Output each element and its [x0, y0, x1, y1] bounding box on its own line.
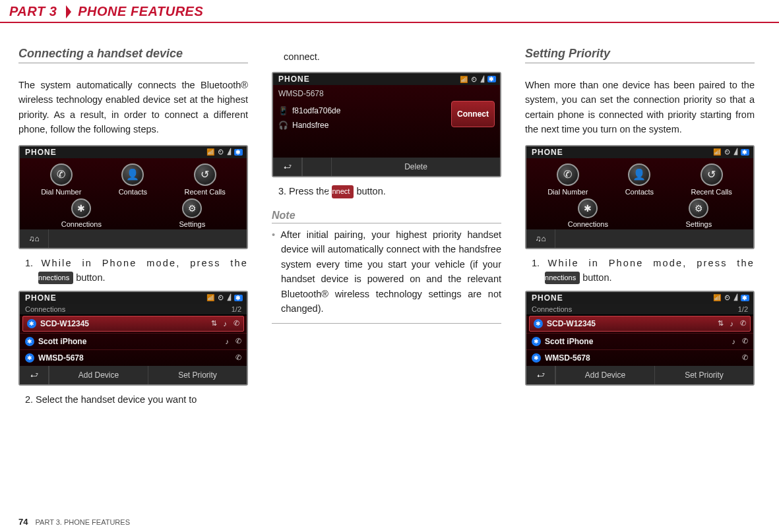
- music-icon: ♪: [732, 338, 736, 345]
- spacer: [302, 158, 331, 176]
- connections-button[interactable]: ✱Connections: [61, 198, 102, 228]
- connections-inline-button: Connections: [38, 272, 73, 284]
- phone-icon: ✆: [235, 337, 241, 345]
- status-bar: PHONE 📶 ⏲ ◢✱: [526, 146, 753, 158]
- step1-text: While in Phone mode, press the: [42, 258, 248, 268]
- back-button[interactable]: ⮐: [20, 366, 49, 384]
- chapter-title: PHONE FEATURES: [78, 4, 203, 19]
- phone-icon: ✆: [742, 337, 748, 345]
- media-icon[interactable]: ♫⌂: [20, 229, 49, 248]
- music-icon: ♪: [226, 338, 230, 345]
- step-3: 3. Press the Connect button.: [278, 184, 501, 198]
- connections-button[interactable]: ✱Connections: [568, 198, 608, 228]
- bluetooth-icon: ✱: [25, 337, 34, 346]
- bluetooth-icon: ✱: [487, 76, 496, 82]
- intro-text: The system automatically connects the Bl…: [18, 80, 248, 134]
- status-title: PHONE: [25, 148, 57, 157]
- connections-label: Connections: [61, 220, 102, 228]
- back-button[interactable]: ⮐: [273, 158, 302, 176]
- step1-num: 1.: [25, 258, 42, 268]
- back-button[interactable]: ⮐: [526, 366, 555, 384]
- device-row-2[interactable]: ✱Scott iPhone♪✆: [526, 333, 753, 349]
- phone-icon: ✆: [235, 353, 241, 362]
- note-heading: Note: [272, 210, 501, 223]
- media-icon[interactable]: ♫⌂: [526, 229, 555, 248]
- connect-button[interactable]: Connect: [451, 101, 495, 127]
- settings-button[interactable]: ⚙Settings: [179, 198, 205, 228]
- contacts-button[interactable]: 👤Contacts: [119, 163, 147, 196]
- step1-text: While in Phone mode, press the: [548, 258, 755, 268]
- bluetooth-icon: ✱: [27, 319, 36, 328]
- add-device-button[interactable]: Add Device: [555, 366, 654, 384]
- handsfree-label: Handsfree: [292, 121, 328, 130]
- signal-icon: 📶 ⏲ ◢: [460, 76, 485, 83]
- dial-label: Dial Number: [41, 188, 81, 196]
- dial-number-button[interactable]: ✆Dial Number: [41, 163, 81, 196]
- connect-inline-button: Connect: [332, 185, 354, 198]
- set-priority-button[interactable]: Set Priority: [148, 366, 247, 384]
- note-item: After initial pairing, your highest prio…: [272, 227, 501, 316]
- status-bar: PHONE 📶 ⏲ ◢✱: [526, 292, 753, 304]
- bluetooth-icon: ✱: [532, 353, 541, 363]
- recent-calls-button[interactable]: ↺Recent Calls: [184, 163, 225, 196]
- device-row-3[interactable]: ✱WMSD-5678✆: [526, 349, 753, 366]
- intro-paragraph: The system automatically connects the Bl…: [18, 78, 248, 137]
- signal-icon: 📶 ⏲ ◢: [206, 148, 232, 156]
- status-bar: PHONE 📶 ⏲ ◢✱: [20, 292, 247, 304]
- status-bar: PHONE 📶 ⏲ ◢✱: [273, 73, 500, 85]
- dial-number-button[interactable]: ✆Dial Number: [547, 163, 588, 196]
- step-2: 2. Select the handset device you want to: [25, 392, 248, 407]
- section-heading-priority: Setting Priority: [525, 47, 755, 63]
- chevron-divider-icon: [66, 5, 71, 18]
- device-name: Scott iPhone: [38, 337, 219, 346]
- detail-device-title: WMSD-5678: [278, 89, 495, 98]
- device-name: WMSD-5678: [38, 353, 229, 363]
- signal-icon: 📶 ⏲ ◢: [713, 148, 738, 156]
- step3-suffix: button.: [354, 186, 385, 196]
- step1-num: 1.: [532, 258, 548, 268]
- screenshot-phone-menu-1: PHONE 📶 ⏲ ◢✱ ✆Dial Number 👤Contacts ↺Rec…: [18, 145, 248, 249]
- dial-label: Dial Number: [547, 188, 588, 196]
- bluetooth-icon: ✱: [25, 353, 34, 363]
- bluetooth-icon: ✱: [532, 337, 541, 346]
- device-row-1[interactable]: ✱SCD-W12345⇅♪✆: [529, 316, 751, 332]
- page-footer: 74 PART 3. PHONE FEATURES: [18, 517, 130, 527]
- footer-text: PART 3. PHONE FEATURES: [36, 518, 130, 526]
- settings-button[interactable]: ⚙Settings: [685, 198, 712, 228]
- music-icon: ♪: [224, 320, 228, 328]
- recent-label: Recent Calls: [691, 188, 732, 196]
- page-number: 74: [18, 517, 28, 527]
- set-priority-button[interactable]: Set Priority: [654, 366, 753, 384]
- contacts-icon: ⇅: [211, 319, 217, 328]
- step1-suffix: button.: [580, 272, 611, 283]
- settings-label: Settings: [179, 220, 205, 228]
- recent-label: Recent Calls: [184, 188, 225, 196]
- column-2: connect. PHONE 📶 ⏲ ◢✱ WMSD-5678 📱f81odfa…: [272, 47, 501, 412]
- add-device-button[interactable]: Add Device: [49, 366, 148, 384]
- device-row-3[interactable]: ✱WMSD-5678✆: [20, 349, 247, 366]
- device-row-2[interactable]: ✱Scott iPhone♪✆: [20, 333, 247, 349]
- contacts-icon: ⇅: [718, 319, 724, 328]
- connections-label: Connections: [568, 220, 608, 228]
- contacts-label: Contacts: [119, 188, 147, 196]
- recent-calls-button[interactable]: ↺Recent Calls: [691, 163, 732, 196]
- column-1: Connecting a handset device The system a…: [18, 47, 248, 412]
- status-bar: PHONE 📶 ⏲ ◢✱: [20, 146, 247, 158]
- phone-icon: 📱: [278, 106, 288, 115]
- content-columns: Connecting a handset device The system a…: [0, 23, 779, 412]
- bluetooth-icon: ✱: [741, 295, 749, 301]
- delete-button[interactable]: Delete: [331, 158, 500, 176]
- step2-continuation: connect.: [272, 49, 501, 64]
- status-title: PHONE: [25, 293, 57, 303]
- section-heading-connecting: Connecting a handset device: [18, 47, 248, 63]
- device-id: f81odfa706de: [292, 106, 340, 115]
- priority-intro: When more than one device has been paire…: [525, 78, 755, 137]
- contacts-button[interactable]: 👤Contacts: [625, 163, 654, 196]
- device-row-1[interactable]: ✱SCD-W12345⇅♪✆: [22, 316, 244, 332]
- status-title: PHONE: [532, 148, 563, 157]
- step1-suffix: button.: [73, 272, 105, 283]
- screenshot-device-detail: PHONE 📶 ⏲ ◢✱ WMSD-5678 📱f81odfa706de 🎧Ha…: [272, 72, 501, 177]
- column-3: Setting Priority When more than one devi…: [525, 47, 755, 412]
- device-name: WMSD-5678: [545, 353, 735, 363]
- device-name: SCD-W12345: [40, 319, 204, 328]
